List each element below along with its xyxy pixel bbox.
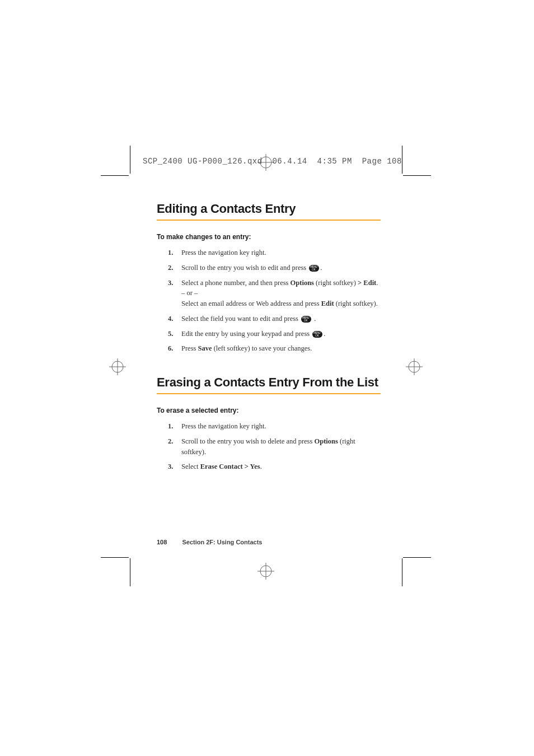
registration-mark-icon (109, 358, 126, 375)
crop-mark (402, 146, 402, 174)
section-heading-editing: Editing a Contacts Entry (157, 202, 381, 216)
step-text: Press the navigation key right. (181, 248, 381, 258)
header-page: Page 108 (362, 157, 402, 166)
bold-text: Erase Contact > Yes (200, 463, 260, 470)
step-number: 4. (168, 314, 181, 324)
page-footer: 108 Section 2F: Using Contacts (157, 539, 262, 545)
step-item: 1.Press the navigation key right. (168, 421, 381, 432)
section-subheading: To make changes to an entry: (157, 233, 381, 241)
footer-section-text: Section 2F: Using Contacts (182, 539, 262, 545)
bold-text: Edit (321, 300, 334, 307)
header-filename: SCP_2400 UG-P000_126.qxd (143, 157, 263, 166)
step-item: 4.Select the field you want to edit and … (168, 314, 381, 324)
registration-mark-icon (257, 563, 274, 580)
bold-text: Save (198, 344, 212, 352)
section-heading-erasing: Erasing a Contacts Entry From the List (157, 375, 381, 390)
menu-ok-button-icon (301, 316, 311, 323)
step-text: Press the navigation key right. (181, 421, 381, 432)
bold-text: > Edit (358, 279, 376, 287)
menu-ok-button-icon (312, 331, 322, 338)
step-number: 1. (168, 248, 181, 258)
step-text: Select Erase Contact > Yes. (181, 461, 381, 472)
heading-underline (157, 393, 381, 394)
step-item: 6.Press Save (left softkey) to save your… (168, 343, 381, 354)
step-number: 2. (168, 263, 181, 273)
bold-text: Options (291, 279, 314, 287)
header-date: 06.4.14 (272, 157, 307, 166)
step-number: 6. (168, 343, 181, 354)
crop-mark (101, 557, 129, 558)
step-list: 1.Press the navigation key right.2.Scrol… (168, 421, 381, 472)
crop-mark (403, 557, 431, 558)
crop-mark (403, 175, 431, 176)
step-number: 5. (168, 329, 181, 339)
registration-mark-icon (406, 358, 423, 375)
step-list: 1.Press the navigation key right.2.Scrol… (168, 248, 381, 354)
menu-ok-button-icon (309, 265, 319, 272)
document-header: SCP_2400 UG-P000_126.qxd 06.4.14 4:35 PM… (143, 157, 402, 166)
step-text: Edit the entry by using your keypad and … (181, 329, 381, 339)
step-item: 5.Edit the entry by using your keypad an… (168, 329, 381, 339)
crop-mark (130, 146, 130, 174)
page-content: Editing a Contacts Entry To make changes… (157, 202, 381, 477)
step-text: Scroll to the entry you wish to edit and… (181, 263, 381, 273)
crop-mark (130, 558, 130, 586)
crop-mark (101, 175, 129, 176)
step-number: 3. (168, 278, 181, 309)
step-text: Select a phone number, and then press Op… (181, 278, 381, 309)
header-time: 4:35 PM (317, 157, 352, 166)
step-item: 3.Select a phone number, and then press … (168, 278, 381, 309)
step-text: Select the field you want to edit and pr… (181, 314, 381, 324)
step-item: 2.Scroll to the entry you wish to delete… (168, 436, 381, 458)
step-number: 2. (168, 436, 181, 458)
section-subheading: To erase a selected entry: (157, 407, 381, 414)
step-item: 3.Select Erase Contact > Yes. (168, 461, 381, 472)
step-text: Scroll to the entry you wish to delete a… (181, 436, 381, 458)
page-number: 108 (157, 539, 167, 545)
bold-text: Options (314, 437, 338, 445)
step-text: Press Save (left softkey) to save your c… (181, 343, 381, 354)
step-number: 3. (168, 461, 181, 472)
crop-mark (402, 558, 402, 586)
step-item: 2.Scroll to the entry you wish to edit a… (168, 263, 381, 273)
heading-underline (157, 220, 381, 221)
step-number: 1. (168, 421, 181, 432)
step-item: 1.Press the navigation key right. (168, 248, 381, 258)
